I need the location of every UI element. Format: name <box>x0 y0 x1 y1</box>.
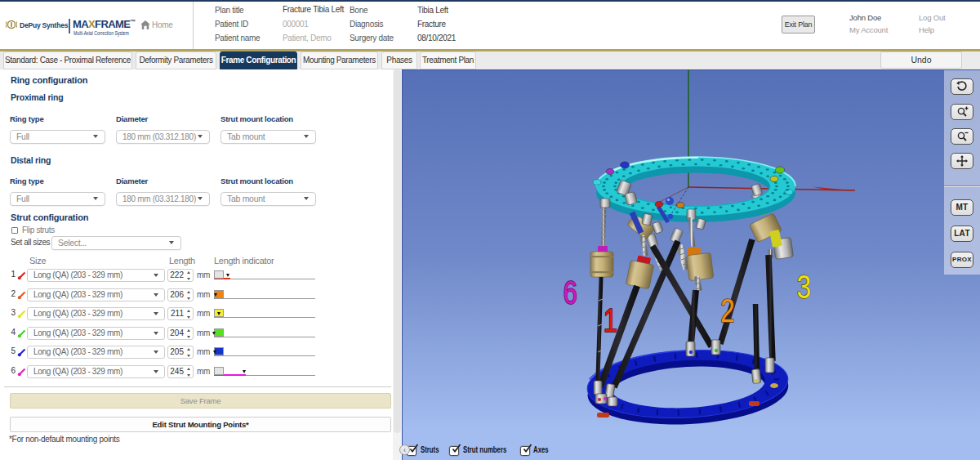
svg-text:3: 3 <box>797 269 811 306</box>
svg-text:2: 2 <box>720 293 734 329</box>
svg-text:6: 6 <box>564 275 577 311</box>
svg-text:1: 1 <box>604 302 617 339</box>
